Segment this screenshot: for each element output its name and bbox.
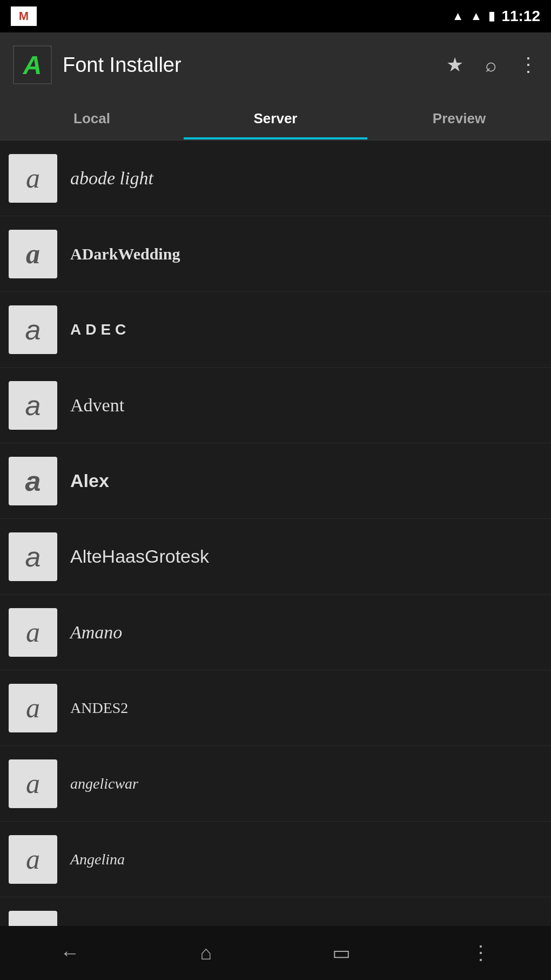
gmail-icon: M <box>11 6 37 26</box>
font-name-label: Angelina <box>70 851 125 868</box>
font-preview-thumbnail: a <box>9 684 57 732</box>
font-name-label: Amano <box>70 622 122 643</box>
battery-icon: ▮ <box>488 9 495 23</box>
font-name-label: Alex <box>70 470 109 491</box>
recents-button[interactable]: ▭ <box>316 936 367 970</box>
font-preview-thumbnail: a <box>9 230 57 278</box>
list-item[interactable]: a ADarkWedding <box>0 216 551 292</box>
font-name-label: angelicwar <box>70 775 138 792</box>
tab-bar: Local Server Preview <box>0 97 551 141</box>
app-logo: A <box>13 45 52 84</box>
wifi-icon: ▲ <box>452 9 464 23</box>
font-preview-thumbnail: a <box>9 154 57 203</box>
app-title: Font Installer <box>63 54 446 77</box>
font-list: a abode light a ADarkWedding a ADEC a Ad… <box>0 141 551 926</box>
app-header: A Font Installer ★ ⌕ ⋮ <box>0 32 551 97</box>
status-bar-left: M <box>11 6 37 26</box>
back-button[interactable]: ← <box>44 936 96 970</box>
home-button[interactable]: ⌂ <box>184 936 229 970</box>
font-preview-thumbnail: a <box>9 911 57 926</box>
tab-preview[interactable]: Preview <box>367 97 551 139</box>
font-name-label: AlteHaasGrotesk <box>70 546 209 567</box>
font-preview-thumbnail: a <box>9 457 57 505</box>
font-name-label: ADEC <box>70 321 130 338</box>
signal-icon: ▲ <box>471 9 482 23</box>
font-preview-thumbnail: a <box>9 532 57 581</box>
list-item[interactable]: a Angelina <box>0 822 551 897</box>
list-item[interactable]: a Advent <box>0 368 551 443</box>
more-icon[interactable]: ⋮ <box>519 54 538 76</box>
font-name-label: Advent <box>70 395 124 416</box>
tab-local[interactable]: Local <box>0 97 184 139</box>
nav-more-button[interactable]: ⋮ <box>455 936 507 970</box>
tab-server[interactable]: Server <box>184 97 367 139</box>
font-preview-thumbnail: a <box>9 305 57 354</box>
font-name-label: abode light <box>70 168 153 189</box>
back-icon: ← <box>61 942 80 964</box>
list-item[interactable]: a angelicwar <box>0 746 551 822</box>
font-preview-thumbnail: a <box>9 608 57 657</box>
font-name-label: ANDES2 <box>70 699 128 717</box>
font-preview-thumbnail: a <box>9 759 57 808</box>
app-logo-letter: A <box>23 50 42 80</box>
font-name-label: ADarkWedding <box>70 245 180 263</box>
list-item[interactable]: a AlteHaasGrotesk <box>0 519 551 595</box>
home-icon: ⌂ <box>200 942 212 964</box>
status-bar: M ▲ ▲ ▮ 11:12 <box>0 0 551 32</box>
list-item[interactable]: a Alex <box>0 443 551 519</box>
recents-icon: ▭ <box>332 942 351 964</box>
status-bar-right: ▲ ▲ ▮ 11:12 <box>452 8 540 25</box>
font-preview-thumbnail: a <box>9 381 57 430</box>
favorite-icon[interactable]: ★ <box>446 54 463 76</box>
search-icon[interactable]: ⌕ <box>485 54 497 76</box>
list-item[interactable]: a Amano <box>0 595 551 670</box>
nav-more-icon: ⋮ <box>471 942 490 964</box>
list-item[interactable]: a abode light <box>0 141 551 216</box>
header-actions: ★ ⌕ ⋮ <box>446 54 538 76</box>
time-display: 11:12 <box>501 8 540 25</box>
bottom-nav: ← ⌂ ▭ ⋮ <box>0 926 551 980</box>
list-item[interactable]: a ANGRYBLU <box>0 897 551 926</box>
font-preview-thumbnail: a <box>9 835 57 884</box>
list-item[interactable]: a ANDES2 <box>0 670 551 746</box>
list-item[interactable]: a ADEC <box>0 292 551 368</box>
